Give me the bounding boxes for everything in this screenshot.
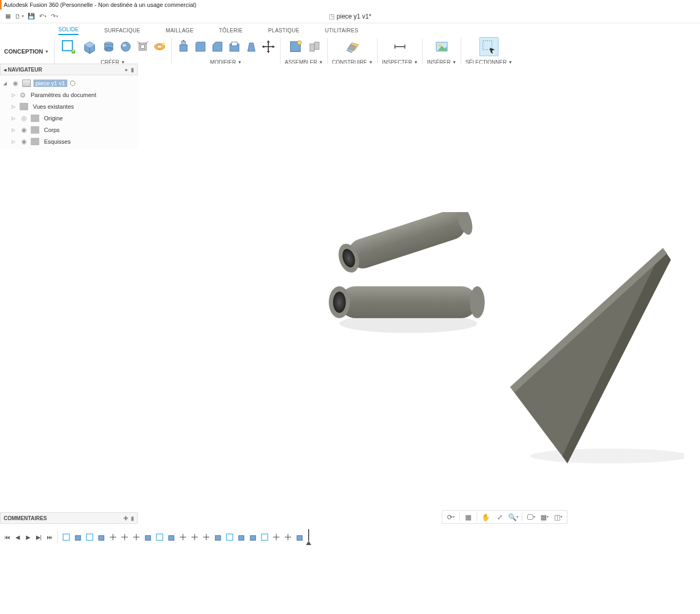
timeline-end-icon[interactable]: ⏭ bbox=[45, 532, 54, 542]
timeline-start-icon[interactable]: ⏮ bbox=[2, 532, 12, 542]
svg-rect-3 bbox=[73, 50, 73, 52]
cylinder-icon[interactable] bbox=[101, 39, 116, 54]
press-pull-icon[interactable] bbox=[176, 39, 191, 54]
app-menu-icon[interactable]: ▦ bbox=[2, 11, 14, 22]
visibility-icon[interactable]: ◎ bbox=[20, 115, 28, 122]
expand-icon[interactable]: ▷ bbox=[12, 139, 17, 144]
timeline-play-icon[interactable]: ▶ bbox=[23, 532, 33, 542]
browser-settings-icon[interactable]: ● bbox=[125, 67, 128, 73]
timeline-back-icon[interactable]: ◀ bbox=[13, 532, 22, 542]
draft-icon[interactable] bbox=[244, 39, 259, 54]
shell-icon[interactable] bbox=[227, 39, 242, 54]
visibility-icon[interactable]: ◉ bbox=[11, 80, 20, 87]
expand-icon[interactable]: ▷ bbox=[12, 92, 17, 98]
timeline-feature-move[interactable] bbox=[178, 532, 188, 542]
expand-icon[interactable]: ▷ bbox=[12, 127, 17, 133]
orbit-icon[interactable]: ⟳▾ bbox=[444, 512, 457, 522]
comments-panel[interactable]: COMMENTAIRES ✚▮ bbox=[0, 512, 138, 524]
timeline-feature-extrude[interactable] bbox=[143, 532, 153, 542]
expand-icon[interactable]: ◢ bbox=[3, 81, 8, 86]
viewport-3d[interactable] bbox=[138, 64, 700, 508]
svg-point-9 bbox=[104, 48, 113, 51]
timeline-feature-sketch[interactable] bbox=[84, 532, 95, 542]
timeline-feature-sketch[interactable] bbox=[61, 532, 72, 542]
expand-icon[interactable]: ▷ bbox=[12, 104, 17, 109]
timeline-feature-extrude[interactable] bbox=[294, 532, 305, 542]
file-new-icon[interactable]: 🗋▼ bbox=[14, 11, 25, 22]
coil-icon[interactable] bbox=[152, 39, 167, 54]
visibility-icon[interactable]: ◉ bbox=[20, 138, 28, 145]
insert-image-icon[interactable] bbox=[432, 37, 451, 56]
timeline-forward-icon[interactable]: ▶| bbox=[34, 532, 43, 542]
timeline-feature-move[interactable] bbox=[201, 532, 212, 542]
svg-point-48 bbox=[470, 286, 485, 318]
browser-collapse-icon[interactable]: ▮ bbox=[131, 67, 134, 73]
tree-item-sketches[interactable]: ▷ ◉ Esquisses bbox=[1, 136, 137, 147]
plane-icon[interactable] bbox=[343, 37, 362, 56]
look-at-icon[interactable]: ▦ bbox=[462, 512, 475, 522]
timeline-feature-move[interactable] bbox=[119, 532, 130, 542]
timeline: ⏮ ◀ ▶ ▶| ⏭ bbox=[0, 527, 700, 548]
fillet-icon[interactable] bbox=[193, 39, 208, 54]
tree-item-named-views[interactable]: ▷ Vues existantes bbox=[1, 101, 137, 112]
tab-tolerie[interactable]: TÔLERIE bbox=[219, 28, 243, 35]
document-tab[interactable]: ◳ piece y1 v1* bbox=[329, 13, 371, 20]
viewport-layout-icon[interactable]: ◫▾ bbox=[552, 512, 565, 522]
measure-icon[interactable] bbox=[390, 37, 409, 56]
undo-icon[interactable]: ↶▾ bbox=[37, 11, 49, 22]
svg-point-42 bbox=[438, 43, 441, 47]
tree-root[interactable]: ◢ ◉ piece y1 v1 bbox=[1, 77, 137, 89]
timeline-feature-move[interactable] bbox=[131, 532, 142, 542]
activate-radio[interactable] bbox=[70, 81, 75, 86]
move-icon[interactable] bbox=[261, 39, 276, 54]
timeline-feature-extrude[interactable] bbox=[166, 532, 177, 542]
timeline-feature-move[interactable] bbox=[283, 532, 293, 542]
timeline-feature-extrude[interactable] bbox=[236, 532, 247, 542]
box-icon[interactable] bbox=[80, 37, 99, 56]
timeline-feature-extrude[interactable] bbox=[213, 532, 223, 542]
tab-solide[interactable]: SOLIDE bbox=[58, 27, 78, 35]
timeline-feature-move[interactable] bbox=[108, 532, 118, 542]
fit-icon[interactable]: 🔍▾ bbox=[507, 512, 520, 522]
timeline-feature-sketch[interactable] bbox=[224, 532, 235, 542]
browser-header[interactable]: ◂ NAVIGATEUR ●▮ bbox=[0, 64, 138, 75]
sphere-icon[interactable] bbox=[118, 39, 133, 54]
svg-point-11 bbox=[122, 44, 126, 47]
visibility-icon[interactable]: ◉ bbox=[20, 126, 28, 134]
timeline-feature-extrude[interactable] bbox=[248, 532, 258, 542]
timeline-feature-move[interactable] bbox=[271, 532, 282, 542]
tree-item-origin[interactable]: ▷ ◎ Origine bbox=[1, 112, 137, 124]
sketch-icon[interactable] bbox=[59, 37, 78, 56]
svg-rect-78 bbox=[215, 536, 221, 540]
folder-icon bbox=[31, 138, 39, 145]
svg-rect-19 bbox=[180, 45, 187, 51]
tree-item-document-settings[interactable]: ▷ ⚙ Paramètres du document bbox=[1, 89, 137, 101]
timeline-feature-extrude[interactable] bbox=[96, 532, 107, 542]
tree-item-bodies[interactable]: ▷ ◉ Corps bbox=[1, 124, 137, 136]
expand-icon[interactable]: ▷ bbox=[12, 116, 17, 121]
redo-icon[interactable]: ↷▾ bbox=[49, 11, 60, 22]
document-name: piece y1 v1* bbox=[337, 13, 371, 20]
chamfer-icon[interactable] bbox=[210, 39, 225, 54]
as-built-joint-icon[interactable] bbox=[307, 39, 322, 54]
tab-utilitaires[interactable]: UTILITAIRES bbox=[325, 28, 358, 35]
joint-icon[interactable] bbox=[286, 37, 305, 56]
save-icon[interactable]: 💾 bbox=[25, 11, 37, 22]
timeline-marker[interactable] bbox=[306, 530, 311, 544]
tab-plastique[interactable]: PLASTIQUE bbox=[268, 28, 300, 35]
zoom-icon[interactable]: ⤢ bbox=[493, 512, 506, 522]
timeline-feature-extrude[interactable] bbox=[73, 532, 83, 542]
comments-expand-icon[interactable]: ▮ bbox=[131, 515, 134, 521]
pan-icon[interactable]: ✋ bbox=[479, 512, 492, 522]
workspace-switcher[interactable]: CONCEPTION▼ bbox=[0, 35, 53, 68]
display-settings-icon[interactable]: 🖵▾ bbox=[524, 512, 537, 522]
comments-add-icon[interactable]: ✚ bbox=[124, 515, 128, 521]
tab-surfacique[interactable]: SURFACIQUE bbox=[104, 28, 140, 35]
torus-icon[interactable] bbox=[135, 39, 150, 54]
tab-maillage[interactable]: MAILLAGE bbox=[166, 28, 194, 35]
timeline-feature-move[interactable] bbox=[189, 532, 200, 542]
grid-settings-icon[interactable]: ▦▾ bbox=[538, 512, 551, 522]
timeline-feature-sketch[interactable] bbox=[154, 532, 165, 542]
select-tool-icon[interactable] bbox=[479, 37, 498, 56]
timeline-feature-sketch[interactable] bbox=[259, 532, 270, 542]
